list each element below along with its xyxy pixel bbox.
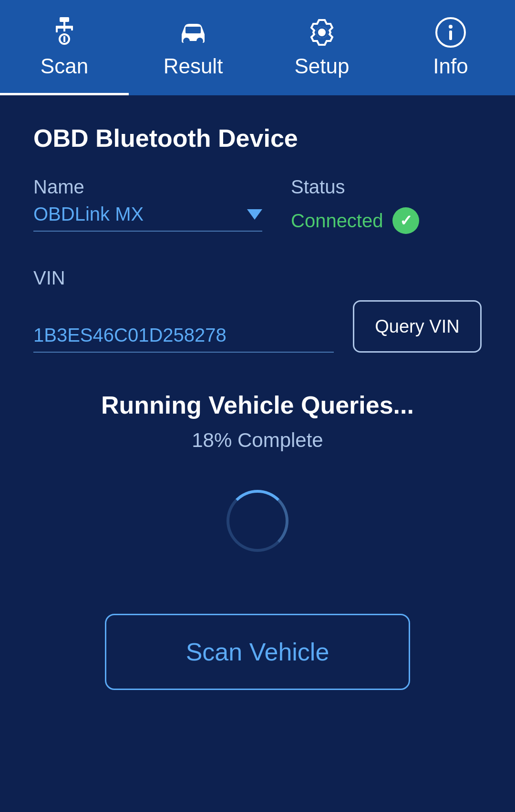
section-title: OBD Bluetooth Device bbox=[33, 124, 482, 152]
chevron-down-icon bbox=[247, 209, 262, 220]
vin-section: VIN 1B3ES46C01D258278 Query VIN bbox=[33, 267, 482, 353]
vin-label: VIN bbox=[33, 267, 482, 289]
tab-setup[interactable]: Setup bbox=[258, 0, 386, 95]
status-value-row: Connected ✓ bbox=[291, 203, 419, 234]
svg-rect-4 bbox=[71, 26, 73, 30]
nav-bar: Scan Result Setup Info bbox=[0, 0, 515, 95]
tab-result-label: Result bbox=[164, 54, 223, 78]
tab-setup-label: Setup bbox=[295, 54, 350, 78]
vin-input-wrapper: 1B3ES46C01D258278 bbox=[33, 325, 334, 353]
svg-rect-2 bbox=[56, 26, 73, 29]
tab-result[interactable]: Result bbox=[129, 0, 258, 95]
car-icon bbox=[178, 17, 208, 48]
svg-rect-0 bbox=[60, 17, 69, 22]
tab-scan-label: Scan bbox=[41, 54, 88, 78]
device-name-group: Name OBDLink MX bbox=[33, 176, 262, 232]
device-status-group: Status Connected ✓ bbox=[291, 176, 419, 234]
main-content: OBD Bluetooth Device Name OBDLink MX Sta… bbox=[0, 95, 515, 714]
svg-rect-3 bbox=[56, 26, 58, 32]
checkmark-icon: ✓ bbox=[400, 212, 412, 230]
running-text: Running Vehicle Queries... bbox=[101, 391, 414, 419]
tab-info-label: Info bbox=[433, 54, 468, 78]
tab-info[interactable]: Info bbox=[386, 0, 515, 95]
connected-indicator: ✓ bbox=[392, 207, 419, 234]
loading-spinner bbox=[227, 490, 288, 552]
gear-icon bbox=[307, 17, 337, 48]
device-select[interactable]: OBDLink MX bbox=[33, 203, 262, 232]
svg-rect-6 bbox=[63, 36, 65, 42]
device-status-label: Status bbox=[291, 176, 419, 198]
progress-section: Running Vehicle Queries... 18% Complete bbox=[33, 391, 482, 557]
vin-field-group: VIN bbox=[33, 267, 482, 289]
device-name-label: Name bbox=[33, 176, 262, 198]
percent-text: 18% Complete bbox=[192, 429, 323, 452]
spinner-wrapper bbox=[222, 485, 293, 557]
svg-point-8 bbox=[196, 38, 203, 44]
info-icon bbox=[435, 17, 466, 48]
scan-vehicle-section: Scan Vehicle bbox=[33, 614, 482, 690]
vin-value: 1B3ES46C01D258278 bbox=[33, 325, 227, 345]
svg-rect-12 bbox=[449, 30, 452, 40]
svg-point-13 bbox=[449, 25, 453, 29]
device-row: Name OBDLink MX Status Connected ✓ bbox=[33, 176, 482, 234]
device-name-value: OBDLink MX bbox=[33, 203, 237, 225]
vin-input-row: 1B3ES46C01D258278 Query VIN bbox=[33, 300, 482, 353]
query-vin-button[interactable]: Query VIN bbox=[353, 300, 482, 353]
usb-icon bbox=[49, 17, 80, 48]
svg-point-7 bbox=[183, 38, 190, 44]
svg-rect-9 bbox=[185, 27, 201, 33]
scan-vehicle-button[interactable]: Scan Vehicle bbox=[105, 614, 410, 690]
status-text: Connected bbox=[291, 210, 383, 232]
tab-scan[interactable]: Scan bbox=[0, 0, 129, 95]
